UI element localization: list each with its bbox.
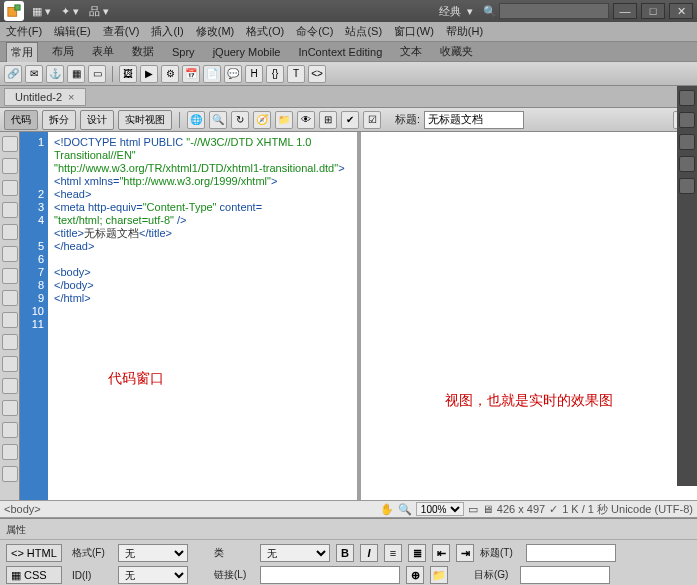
line-numbers-icon[interactable] [2,246,18,262]
assets-panel-icon[interactable] [679,178,695,194]
preview-browser-icon[interactable]: 👁 [297,111,315,129]
hyperlink-icon[interactable]: 🔗 [4,65,22,83]
refresh-icon[interactable]: ↻ [231,111,249,129]
select-parent-icon[interactable] [2,202,18,218]
image-icon[interactable]: 🖼 [119,65,137,83]
italic-button[interactable]: I [360,544,378,562]
split-view-button[interactable]: 拆分 [42,110,76,130]
collapse-icon[interactable] [2,158,18,174]
extend-menu-icon[interactable]: ✦ ▾ [61,5,79,18]
tab-jquery[interactable]: jQuery Mobile [209,44,285,60]
menu-commands[interactable]: 命令(C) [296,24,333,39]
title-attr-input[interactable] [526,544,616,562]
workspace-label[interactable]: 经典 [439,4,461,19]
layout-menu-icon[interactable]: ▦ ▾ [32,5,51,18]
menu-format[interactable]: 格式(O) [246,24,284,39]
menu-site[interactable]: 站点(S) [345,24,382,39]
expand-icon[interactable] [2,180,18,196]
design-pane[interactable]: 视图，也就是实时的效果图 [361,132,698,500]
browser-nav-icon[interactable]: 🧭 [253,111,271,129]
code-view-button[interactable]: 代码 [4,110,38,130]
ap-elements-icon[interactable] [679,112,695,128]
inspect-icon[interactable]: 🔍 [209,111,227,129]
bold-button[interactable]: B [336,544,354,562]
templates-icon[interactable]: T [287,65,305,83]
menu-help[interactable]: 帮助(H) [446,24,483,39]
table-icon[interactable]: ▦ [67,65,85,83]
indent-button[interactable]: ⇥ [456,544,474,562]
tab-text[interactable]: 文本 [396,42,426,61]
code-pane[interactable]: 1 2 3 4 5 6 7 8 9 10 11 <!DOCTYPE html P… [20,132,361,500]
balance-braces-icon[interactable] [2,224,18,240]
live-code-icon[interactable]: 🌐 [187,111,205,129]
tab-favorites[interactable]: 收藏夹 [436,42,477,61]
tab-forms[interactable]: 表单 [88,42,118,61]
script-icon[interactable]: {} [266,65,284,83]
css-mode-button[interactable]: ▦CSS [6,566,62,584]
email-icon[interactable]: ✉ [25,65,43,83]
wrap-tag-icon[interactable] [2,356,18,372]
tag-icon[interactable]: <> [308,65,326,83]
search-input[interactable] [499,3,609,19]
widget-icon[interactable]: ⚙ [161,65,179,83]
indent-icon[interactable] [2,422,18,438]
check-icon[interactable]: ☑ [363,111,381,129]
media-icon[interactable]: ▶ [140,65,158,83]
menu-edit[interactable]: 编辑(E) [54,24,91,39]
open-docs-icon[interactable] [2,136,18,152]
css-panel-icon[interactable] [679,90,695,106]
code-text[interactable]: <!DOCTYPE html PUBLIC "-//W3C//DTD XHTML… [48,132,357,500]
visual-aids-icon[interactable]: ⊞ [319,111,337,129]
html-mode-button[interactable]: <>HTML [6,544,62,562]
validate-icon[interactable]: ✔ [341,111,359,129]
live-view-button[interactable]: 实时视图 [118,110,172,130]
remove-comment-icon[interactable] [2,334,18,350]
div-icon[interactable]: ▭ [88,65,106,83]
browse-icon[interactable]: 📁 [430,566,448,584]
window-size-icon[interactable]: ▭ [468,503,478,516]
tab-layout[interactable]: 布局 [48,42,78,61]
menu-view[interactable]: 查看(V) [103,24,140,39]
site-menu-icon[interactable]: 品 ▾ [89,4,109,19]
file-mgmt-icon[interactable]: 📁 [275,111,293,129]
files-panel-icon[interactable] [679,156,695,172]
menu-file[interactable]: 文件(F) [6,24,42,39]
syntax-error-icon[interactable] [2,290,18,306]
close-tab-icon[interactable]: × [68,91,74,103]
anchor-icon[interactable]: ⚓ [46,65,64,83]
head-icon[interactable]: H [245,65,263,83]
zoom-select[interactable]: 100% [416,502,464,516]
tab-common[interactable]: 常用 [6,42,38,62]
hand-tool-icon[interactable]: ✋ [380,503,394,516]
ul-button[interactable]: ≡ [384,544,402,562]
outdent-icon[interactable] [2,444,18,460]
date-icon[interactable]: 📅 [182,65,200,83]
zoom-tool-icon[interactable]: 🔍 [398,503,412,516]
minimize-button[interactable]: — [613,3,637,19]
ol-button[interactable]: ≣ [408,544,426,562]
format-source-icon[interactable] [2,466,18,482]
tag-selector[interactable]: <body> [4,503,41,515]
id-select[interactable]: 无 [118,566,188,584]
tab-data[interactable]: 数据 [128,42,158,61]
menu-window[interactable]: 窗口(W) [394,24,434,39]
screen-icon[interactable]: 🖥 [482,503,493,515]
tab-spry[interactable]: Spry [168,44,199,60]
menu-insert[interactable]: 插入(I) [151,24,183,39]
tab-incontext[interactable]: InContext Editing [294,44,386,60]
target-input[interactable] [520,566,610,584]
move-css-icon[interactable] [2,400,18,416]
recent-snippets-icon[interactable] [2,378,18,394]
doc-tab[interactable]: Untitled-2 × [4,88,86,106]
format-select[interactable]: 无 [118,544,188,562]
menu-modify[interactable]: 修改(M) [196,24,235,39]
outdent-button[interactable]: ⇤ [432,544,450,562]
design-view-button[interactable]: 设计 [80,110,114,130]
maximize-button[interactable]: □ [641,3,665,19]
title-input[interactable] [424,111,524,129]
ssi-icon[interactable]: 📄 [203,65,221,83]
class-select[interactable]: 无 [260,544,330,562]
link-input[interactable] [260,566,400,584]
comment-icon[interactable]: 💬 [224,65,242,83]
workspace-dropdown-icon[interactable]: ▾ [467,5,473,18]
